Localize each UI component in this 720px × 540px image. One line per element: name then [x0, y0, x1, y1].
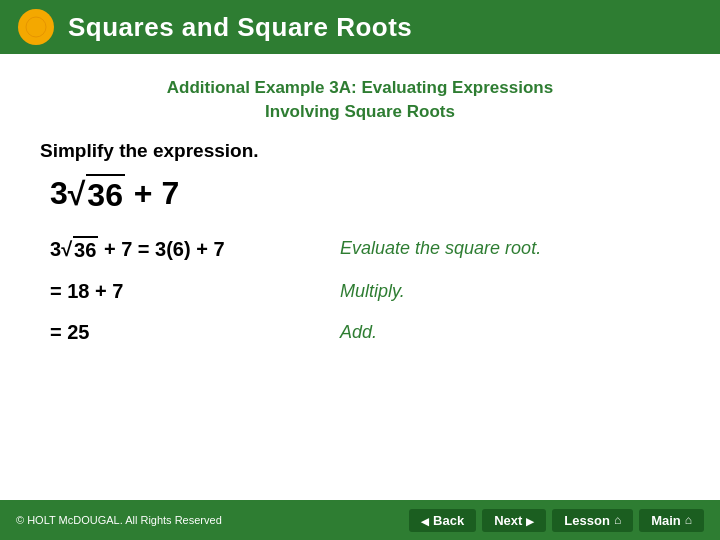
math-rows: 3√36 + 7 = 3(6) + 7 Evaluate the square …	[50, 236, 680, 344]
math-expr-1: 3√36 + 7 = 3(6) + 7	[50, 236, 310, 262]
math-note-2: Multiply.	[340, 281, 405, 302]
lesson-button[interactable]: Lesson ⌂	[552, 509, 633, 532]
next-label: Next	[494, 513, 522, 528]
svg-point-0	[26, 17, 46, 37]
math-row-3: = 25 Add.	[50, 321, 680, 344]
back-label: Back	[433, 513, 464, 528]
main-home-icon: ⌂	[685, 513, 692, 527]
copyright-text: © HOLT McDOUGAL. All Rights Reserved	[16, 514, 222, 526]
next-button[interactable]: Next	[482, 509, 546, 532]
next-chevron-icon	[526, 513, 534, 528]
lesson-home-icon: ⌂	[614, 513, 621, 527]
back-button[interactable]: Back	[409, 509, 476, 532]
math-row-1: 3√36 + 7 = 3(6) + 7 Evaluate the square …	[50, 236, 680, 262]
math-note-3: Add.	[340, 322, 377, 343]
example-title: Additional Example 3A: Evaluating Expres…	[40, 76, 680, 124]
footer: © HOLT McDOUGAL. All Rights Reserved Bac…	[0, 500, 720, 540]
main-label: Main	[651, 513, 681, 528]
back-chevron-icon	[421, 513, 429, 528]
math-expr-2: = 18 + 7	[50, 280, 310, 303]
main-button[interactable]: Main ⌂	[639, 509, 704, 532]
sqrt-expression: √36	[68, 174, 125, 214]
math-expr-3: = 25	[50, 321, 310, 344]
main-content: Additional Example 3A: Evaluating Expres…	[0, 54, 720, 354]
header-circle-icon	[18, 9, 54, 45]
header: Squares and Square Roots	[0, 0, 720, 54]
math-row-2: = 18 + 7 Multiply.	[50, 280, 680, 303]
simplify-label: Simplify the expression.	[40, 140, 680, 162]
lesson-label: Lesson	[564, 513, 610, 528]
header-title: Squares and Square Roots	[68, 12, 412, 43]
math-note-1: Evaluate the square root.	[340, 238, 541, 259]
main-expression: 3√36 + 7	[50, 174, 680, 214]
footer-nav: Back Next Lesson ⌂ Main ⌂	[409, 509, 704, 532]
